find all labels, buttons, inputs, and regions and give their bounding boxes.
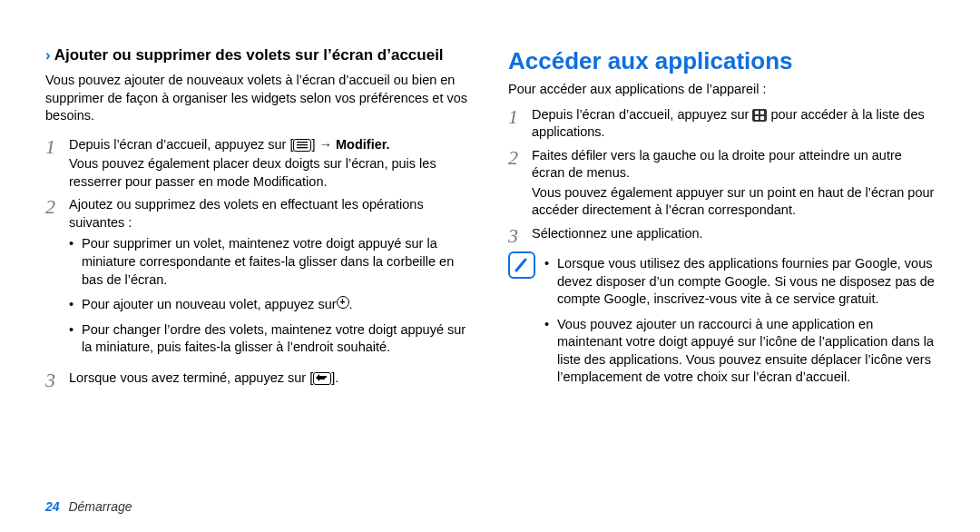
svg-rect-6 <box>760 116 764 120</box>
bullet-text: Pour changer l’ordre des volets, mainten… <box>82 321 472 357</box>
list-item: Lorsque vous utilisez des applications f… <box>544 255 935 309</box>
list-item: Pour supprimer un volet, maintenez votre… <box>69 235 472 289</box>
page-number: 24 <box>45 499 60 514</box>
list-item: Vous pouvez ajouter un raccourci à une a… <box>544 316 935 387</box>
svg-rect-2 <box>297 147 308 148</box>
right-steps: 1 Depuis l’écran d’accueil, appuyez sur … <box>508 106 935 246</box>
left-heading-text: Ajouter ou supprimer des volets sur l’éc… <box>54 45 444 66</box>
step-text-bold: Modifier. <box>336 137 390 152</box>
left-step-2: 2 Ajoutez ou supprimez des volets en eff… <box>45 196 472 364</box>
step-text-post: ] → <box>311 137 336 152</box>
step-extra: Vous pouvez également appuyer sur un poi… <box>532 184 935 220</box>
add-circle-icon: + <box>337 296 349 309</box>
left-step-1: 1 Depuis l’écran d’accueil, appuyez sur … <box>45 136 472 192</box>
list-item: Pour changer l’ordre des volets, mainten… <box>69 321 472 357</box>
left-column: › Ajouter ou supprimer des volets sur l’… <box>45 45 472 396</box>
step-text-post: ]. <box>331 370 338 385</box>
step-number: 3 <box>45 369 69 390</box>
svg-rect-4 <box>760 111 764 114</box>
bullet-text: Vous pouvez ajouter un raccourci à une a… <box>557 316 935 387</box>
step-text: Faites défiler vers la gauche ou la droi… <box>532 148 902 181</box>
period: . <box>349 296 353 314</box>
right-intro: Pour accéder aux applications de l’appar… <box>508 81 935 99</box>
step-number: 2 <box>45 196 69 364</box>
bullet-text: Pour supprimer un volet, maintenez votre… <box>82 235 472 289</box>
step-number: 1 <box>45 136 69 192</box>
right-title: Accéder aux applications <box>508 45 935 77</box>
step-text: Lorsque vous avez terminé, appuyez sur [ <box>69 370 313 385</box>
menu-key-icon <box>293 139 311 152</box>
step-text: Ajoutez ou supprimez des volets en effec… <box>69 197 424 230</box>
bullet-text: Lorsque vous utilisez des applications f… <box>557 255 935 309</box>
step-number: 2 <box>508 147 532 220</box>
step-text: Sélectionnez une application. <box>532 226 703 241</box>
note-bullets: Lorsque vous utilisez des applications f… <box>544 255 935 394</box>
svg-rect-1 <box>297 144 308 145</box>
step-text: Depuis l’écran d’accueil, appuyez sur <box>532 107 752 122</box>
left-step-3: 3 Lorsque vous avez terminé, appuyez sur… <box>45 369 472 390</box>
list-item: Pour ajouter un nouveau volet, appuyez s… <box>69 296 472 314</box>
section-name: Démarrage <box>68 499 132 514</box>
page-footer: 24 Démarrage <box>45 499 132 514</box>
note-block: Lorsque vous utilisez des applications f… <box>508 251 935 394</box>
apps-grid-icon <box>752 109 767 122</box>
left-step-2-bullets: Pour supprimer un volet, maintenez votre… <box>69 235 472 356</box>
step-extra: Vous pouvez également placer deux doigts… <box>69 155 472 191</box>
right-step-3: 3 Sélectionnez une application. <box>508 225 935 246</box>
right-step-1: 1 Depuis l’écran d’accueil, appuyez sur … <box>508 106 935 142</box>
right-step-2: 2 Faites défiler vers la gauche ou la dr… <box>508 147 935 220</box>
note-icon <box>508 251 535 279</box>
svg-rect-3 <box>755 111 759 114</box>
svg-rect-5 <box>755 116 759 120</box>
left-intro: Vous pouvez ajouter de nouveaux volets à… <box>45 72 472 125</box>
back-key-icon <box>313 372 331 385</box>
svg-rect-0 <box>297 142 308 143</box>
bullet-text: Pour ajouter un nouveau volet, appuyez s… <box>82 296 337 314</box>
left-subheading: › Ajouter ou supprimer des volets sur l’… <box>45 45 472 66</box>
left-steps: 1 Depuis l’écran d’accueil, appuyez sur … <box>45 136 472 390</box>
right-column: Accéder aux applications Pour accéder au… <box>508 45 935 396</box>
chevron-right-icon: › <box>45 45 51 66</box>
step-text: Depuis l’écran d’accueil, appuyez sur [ <box>69 137 293 152</box>
step-number: 1 <box>508 106 532 142</box>
step-number: 3 <box>508 225 532 246</box>
